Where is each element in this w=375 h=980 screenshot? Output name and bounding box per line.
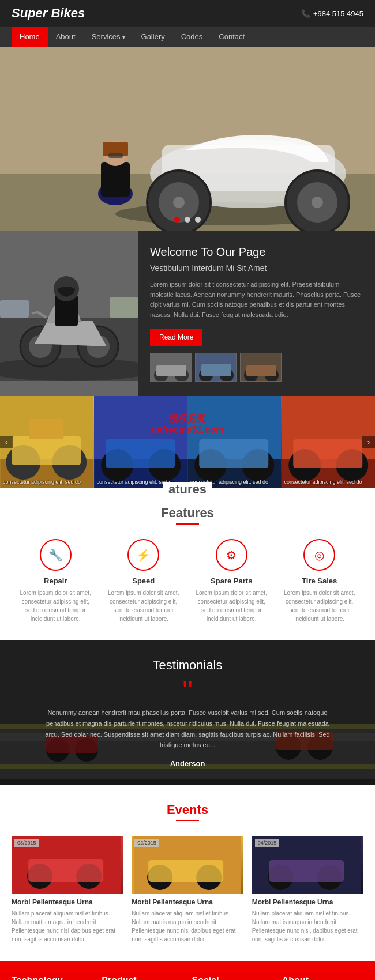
welcome-title: Welcome To Our Page — [150, 246, 363, 259]
event-card-2: 02/2015 Morbi Pellentesque Urna Nullam p… — [132, 836, 243, 944]
event-desc-3: Nullam placerat aliquam nisl et finibus.… — [252, 909, 363, 944]
testimonials-author: Anderson — [12, 759, 363, 768]
events-underline — [176, 820, 199, 821]
event-desc-2: Nullam placerat aliquam nisl et finibus.… — [132, 909, 243, 944]
hero-image — [0, 47, 375, 231]
thumb-2 — [195, 353, 237, 382]
feature-speed-name: Speed — [106, 576, 181, 585]
hero-dot-3[interactable] — [195, 217, 201, 223]
gallery-item-3: consectetur adipiscing elit, sed do — [187, 396, 282, 488]
site-footer: Technology New Listing Sign-Up Consectet… — [0, 961, 375, 980]
event-date-3: 04/2015 — [255, 839, 280, 847]
features-underline — [176, 523, 199, 525]
gallery-text-1: consectetur adipiscing elit, sed do — [3, 478, 91, 486]
gallery-item-2: consectetur adipiscing elit, sed do — [94, 396, 188, 488]
testimonials-quote: Nonummy aenean hendrerit mau phasellus p… — [43, 707, 332, 751]
svg-rect-32 — [156, 365, 186, 376]
footer-social-title: Social — [192, 975, 273, 980]
nav-services[interactable]: Services — [84, 27, 133, 47]
svg-rect-51 — [106, 439, 175, 468]
feature-speed-desc: Lorem ipsum dolor sit amet, consectetur … — [106, 589, 181, 623]
feature-tire-sales-icon: ◎ — [303, 539, 335, 571]
footer-product-title: Product — [102, 975, 183, 980]
event-img-2: 02/2015 — [132, 836, 243, 894]
phone-number: 📞 +984 515 4945 — [301, 9, 363, 18]
svg-rect-40 — [246, 365, 276, 376]
nav-codes[interactable]: Codes — [173, 27, 211, 47]
thumb-1 — [150, 353, 192, 382]
hero-section — [0, 47, 375, 231]
feature-spare-parts-desc: Lorem ipsum dolor sit amet, consectetur … — [194, 589, 269, 623]
event-img-3: 04/2015 — [252, 836, 363, 894]
svg-rect-27 — [0, 300, 29, 318]
gallery-prev-arrow[interactable]: ‹ — [0, 436, 13, 448]
footer-col-about: About Morbi pretium gravida justo nec ul… — [282, 975, 363, 980]
feature-spare-parts-name: Spare Parts — [194, 576, 269, 585]
read-more-button[interactable]: Read More — [150, 329, 202, 346]
svg-point-18 — [0, 358, 138, 381]
thumb-3 — [240, 353, 282, 382]
svg-point-10 — [312, 197, 323, 208]
testimonials-section: Testimonials " Nonummy aenean hendrerit … — [0, 640, 375, 785]
events-title: Events — [12, 802, 363, 817]
welcome-subtitle: Vestibulum Interdum Mi Sit Amet — [150, 263, 363, 273]
footer-grid: Technology New Listing Sign-Up Consectet… — [12, 975, 363, 980]
svg-rect-56 — [199, 439, 268, 468]
hero-dot-2[interactable] — [185, 217, 190, 223]
welcome-section: Welcome To Our Page Vestibulum Interdum … — [0, 231, 375, 396]
footer-col-product: Product Integer Molestie Lorem Integer M… — [102, 975, 183, 980]
nav-gallery[interactable]: Gallery — [133, 27, 173, 47]
thumbnail-row — [150, 353, 363, 382]
feature-tire-sales: ◎ Tire Sales Lorem ipsum dolor sit amet,… — [282, 539, 357, 623]
event-title-1: Morbi Pellentesque Urna — [12, 898, 123, 906]
svg-rect-76 — [28, 859, 103, 882]
feature-tire-sales-desc: Lorem ipsum dolor sit amet, consectetur … — [282, 589, 357, 623]
feature-repair-desc: Lorem ipsum dolor sit amet, consectetur … — [18, 589, 93, 623]
features-grid: 🔧 Repair Lorem ipsum dolor sit amet, con… — [12, 539, 363, 623]
feature-spare-parts-icon: ⚙ — [216, 539, 247, 571]
site-header: Super Bikes 📞 +984 515 4945 — [0, 0, 375, 27]
quote-mark: " — [12, 684, 363, 699]
hero-svg — [0, 47, 375, 231]
feature-speed: ⚡ Speed Lorem ipsum dolor sit amet, cons… — [106, 539, 181, 623]
feature-repair-icon: 🔧 — [40, 539, 72, 571]
gallery-strip: consectetur adipiscing elit, sed do cons… — [0, 396, 375, 488]
svg-rect-36 — [201, 364, 231, 376]
event-title-2: Morbi Pellentesque Urna — [132, 898, 243, 906]
events-grid: 03/2015 Morbi Pellentesque Urna Nullam p… — [12, 836, 363, 944]
nav-contact[interactable]: Contact — [211, 27, 253, 47]
svg-point-7 — [173, 197, 185, 208]
gallery-item-1: consectetur adipiscing elit, sed do — [0, 396, 94, 488]
svg-rect-28 — [110, 297, 138, 318]
event-title-3: Morbi Pellentesque Urna — [252, 898, 363, 906]
feature-speed-icon: ⚡ — [127, 539, 159, 571]
event-card-1: 03/2015 Morbi Pellentesque Urna Nullam p… — [12, 836, 123, 944]
event-desc-1: Nullam placerat aliquam nisl et finibus.… — [12, 909, 123, 944]
footer-technology-title: Technology — [12, 975, 93, 980]
nav-about[interactable]: About — [48, 27, 84, 47]
svg-rect-12 — [101, 162, 130, 197]
svg-rect-84 — [269, 860, 344, 882]
welcome-text: Welcome To Our Page Vestibulum Interdum … — [138, 231, 375, 396]
gallery-item-4: consectetur adipiscing elit, sed do — [282, 396, 376, 488]
svg-rect-61 — [293, 439, 362, 468]
event-date-2: 02/2015 — [134, 839, 159, 847]
features-title: Features — [12, 506, 363, 521]
svg-rect-45 — [12, 436, 81, 465]
footer-col-technology: Technology New Listing Sign-Up Consectet… — [12, 975, 93, 980]
event-img-1: 03/2015 — [12, 836, 123, 894]
event-card-3: 04/2015 Morbi Pellentesque Urna Nullam p… — [252, 836, 363, 944]
welcome-body: Lorem ipsum dolor sit t consectetur adip… — [150, 280, 363, 320]
site-logo: Super Bikes — [12, 6, 85, 21]
hero-dots — [174, 217, 201, 223]
feature-tire-sales-name: Tire Sales — [282, 576, 357, 585]
footer-about-title: About — [282, 975, 363, 980]
gallery-next-arrow[interactable]: › — [362, 436, 375, 448]
welcome-image — [0, 231, 138, 396]
features-overlap-text: atures — [163, 482, 212, 497]
nav-home[interactable]: Home — [12, 27, 48, 47]
gallery-text-4: consectetur adipiscing elit, sed do — [284, 478, 373, 486]
event-date-1: 03/2015 — [14, 839, 39, 847]
testimonials-content: Testimonials " Nonummy aenean hendrerit … — [12, 658, 363, 768]
hero-dot-1[interactable] — [174, 217, 180, 223]
